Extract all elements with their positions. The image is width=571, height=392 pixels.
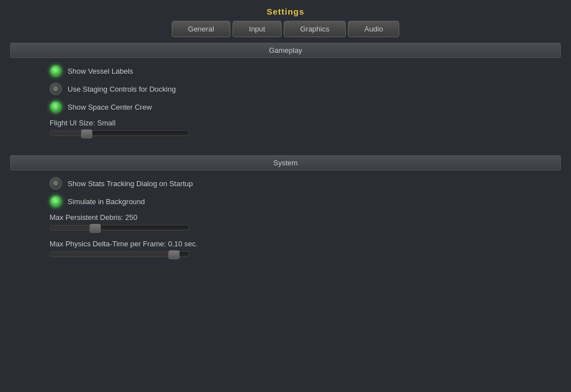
show-vessel-labels-toggle[interactable]	[50, 65, 62, 77]
show-space-center-toggle[interactable]	[50, 101, 62, 113]
gameplay-header: Gameplay	[10, 43, 561, 58]
staging-controls-row: Use Staging Controls for Docking	[10, 83, 561, 95]
flight-ui-section: Flight UI Size: Small	[10, 119, 561, 136]
max-debris-section: Max Persistent Debris: 250	[10, 213, 561, 231]
max-debris-label: Max Persistent Debris: 250	[50, 213, 561, 222]
max-debris-slider[interactable]	[50, 225, 189, 231]
flight-ui-slider[interactable]	[50, 130, 189, 136]
max-physics-label: Max Physics Delta-Time per Frame: 0.10 s…	[50, 240, 561, 248]
max-physics-slider[interactable]	[50, 251, 189, 257]
system-content: Show Stats Tracking Dialog on Startup Si…	[10, 177, 561, 276]
stats-tracking-label: Show Stats Tracking Dialog on Startup	[68, 179, 193, 188]
max-debris-thumb[interactable]	[90, 224, 101, 233]
tab-audio[interactable]: Audio	[348, 21, 399, 37]
stats-tracking-toggle[interactable]	[50, 177, 62, 190]
staging-controls-label: Use Staging Controls for Docking	[68, 85, 176, 93]
show-vessel-labels-label: Show Vessel Labels	[68, 67, 133, 75]
stats-tracking-row: Show Stats Tracking Dialog on Startup	[10, 177, 561, 190]
show-space-center-row: Show Space Center Crew	[10, 101, 561, 113]
simulate-background-label: Simulate in Background	[68, 197, 145, 206]
gameplay-content: Show Vessel Labels Use Staging Controls …	[10, 65, 561, 155]
flight-ui-label: Flight UI Size: Small	[50, 119, 561, 127]
tab-input[interactable]: Input	[233, 21, 282, 37]
staging-controls-toggle[interactable]	[50, 83, 62, 95]
tab-general[interactable]: General	[172, 21, 230, 37]
tabs-row: General Input Graphics Audio	[0, 21, 571, 37]
tab-graphics[interactable]: Graphics	[284, 21, 346, 37]
show-space-center-label: Show Space Center Crew	[68, 103, 152, 111]
simulate-background-row: Simulate in Background	[10, 195, 561, 208]
show-vessel-labels-row: Show Vessel Labels	[10, 65, 561, 77]
settings-window: Settings General Input Graphics Audio Ga…	[0, 0, 571, 276]
simulate-background-toggle[interactable]	[50, 195, 62, 208]
settings-title: Settings	[0, 0, 571, 21]
max-physics-thumb[interactable]	[168, 250, 180, 259]
flight-ui-thumb[interactable]	[81, 129, 92, 138]
max-physics-section: Max Physics Delta-Time per Frame: 0.10 s…	[10, 240, 561, 257]
system-header: System	[10, 155, 561, 170]
